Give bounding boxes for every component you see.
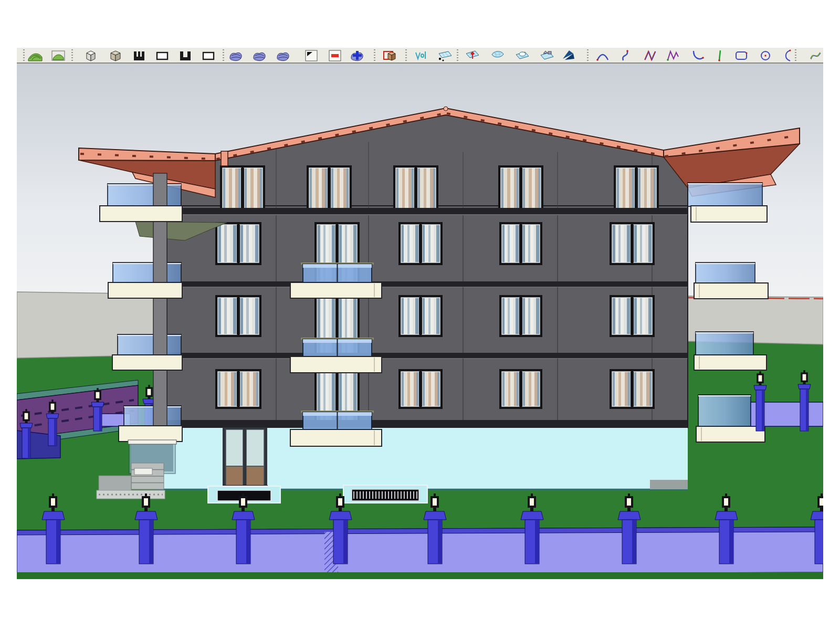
fence-post-cap (715, 511, 738, 520)
door-stile (243, 429, 246, 487)
add-terrain-icon[interactable] (349, 48, 365, 62)
fence-post-shade (54, 418, 57, 446)
window-glass (417, 168, 436, 210)
solid-intersect-icon[interactable] (131, 48, 147, 62)
fence-post-shade (99, 407, 102, 431)
balcony-slab (691, 206, 767, 222)
model-viewport[interactable] (17, 64, 823, 579)
entrance-ramp (99, 476, 131, 491)
window-glass (396, 168, 414, 210)
curve-tool-icon[interactable] (689, 48, 705, 62)
fence-post-shade (762, 390, 764, 431)
smoove-icon[interactable] (228, 48, 244, 62)
toolbar-separator (405, 49, 407, 61)
window-glass (612, 225, 631, 262)
sandbox-from-scratch-icon[interactable] (50, 48, 66, 62)
window-glass (401, 225, 419, 262)
circle-tool-icon[interactable] (758, 48, 773, 62)
window-glass (502, 298, 519, 334)
fence-post-cap (91, 402, 104, 407)
component-box-icon[interactable] (382, 48, 398, 62)
toolbar (17, 48, 823, 64)
floor-band (158, 420, 688, 428)
lantern-glow (803, 374, 806, 381)
lantern-glow (627, 498, 631, 506)
arc-tool-icon[interactable] (780, 48, 795, 62)
lantern-glow (96, 392, 100, 398)
fence-post-shade (729, 520, 733, 564)
balcony-slab (694, 283, 768, 299)
toolbar-separator (23, 49, 25, 61)
fence-post-shade (632, 520, 636, 564)
balcony-glass (124, 406, 181, 427)
flip-edge-icon[interactable] (327, 48, 343, 62)
volume-tool-icon[interactable] (414, 48, 429, 62)
line-segment-icon[interactable] (712, 48, 728, 62)
rounded-rectangle-icon[interactable] (733, 48, 749, 62)
window-mullion (237, 298, 240, 334)
solid-subtract-icon[interactable] (154, 48, 170, 62)
window-mullion (414, 168, 417, 210)
window-glass (634, 372, 652, 406)
terrain-stamp-icon[interactable] (539, 48, 555, 62)
lantern-glow (51, 498, 55, 506)
window-glass (401, 298, 419, 334)
sketch-curve-icon[interactable] (808, 48, 823, 62)
lantern-glow (530, 498, 534, 506)
terrain-drape-icon[interactable] (465, 48, 480, 62)
toolbar-separator (374, 49, 375, 61)
floor-band (167, 281, 688, 287)
fence-post-cap (618, 511, 640, 520)
fence-post-cap (329, 511, 352, 520)
window-glass (240, 372, 259, 406)
balcony-slab (696, 426, 765, 442)
window-mullion (519, 225, 522, 262)
balcony-slab (290, 429, 382, 446)
floor-band (167, 353, 688, 358)
window-mullion (631, 298, 634, 334)
fence-post-cap (232, 511, 255, 520)
sandbox-from-contours-icon[interactable] (27, 48, 43, 62)
balcony-glass (118, 334, 181, 356)
terrain-smoove-icon[interactable] (514, 48, 530, 62)
lantern-glow (724, 498, 728, 506)
window-glass (422, 298, 440, 334)
outer-shell-icon[interactable] (83, 48, 99, 62)
window-glass (522, 168, 541, 210)
solid-split-icon[interactable] (201, 48, 216, 62)
balcony-slab (108, 282, 182, 298)
terrain-from-scratch-icon[interactable] (490, 48, 506, 62)
window-mullion (419, 298, 422, 334)
roof-downspout (221, 151, 228, 166)
solid-union-icon[interactable] (108, 48, 123, 62)
window-glass (502, 225, 519, 262)
fence-post-cap (20, 423, 33, 428)
terrain-flip-edge-icon[interactable] (561, 48, 576, 62)
toolbar-separator (223, 49, 224, 61)
balcony-glass (113, 262, 181, 284)
grass-foreground (17, 572, 823, 579)
window-glass (218, 225, 237, 262)
porch-rail (128, 440, 176, 444)
grid-points-icon[interactable] (437, 48, 453, 62)
drape-icon[interactable] (275, 48, 291, 62)
window-glass (331, 168, 349, 210)
bezier-arc-icon[interactable] (595, 48, 611, 62)
window-glass (634, 225, 652, 262)
stamp-icon[interactable] (251, 48, 267, 62)
balcony-glass (698, 395, 751, 427)
polyline-icon[interactable] (642, 48, 658, 62)
fence-post-shade (535, 520, 539, 564)
solid-trim-icon[interactable] (177, 48, 193, 62)
fence-post-shade (438, 520, 442, 564)
freehand-curve-icon[interactable] (665, 48, 681, 62)
window-mullion (237, 225, 240, 262)
scene-canvas[interactable] (17, 64, 823, 579)
bezier-spline-icon[interactable] (620, 48, 635, 62)
ground-gray-strip (650, 480, 688, 489)
toolbar-separator (457, 49, 458, 61)
balcony-slab (290, 356, 382, 373)
add-detail-icon[interactable] (303, 48, 319, 62)
window-glass (309, 168, 328, 210)
window-mullion (519, 298, 522, 334)
